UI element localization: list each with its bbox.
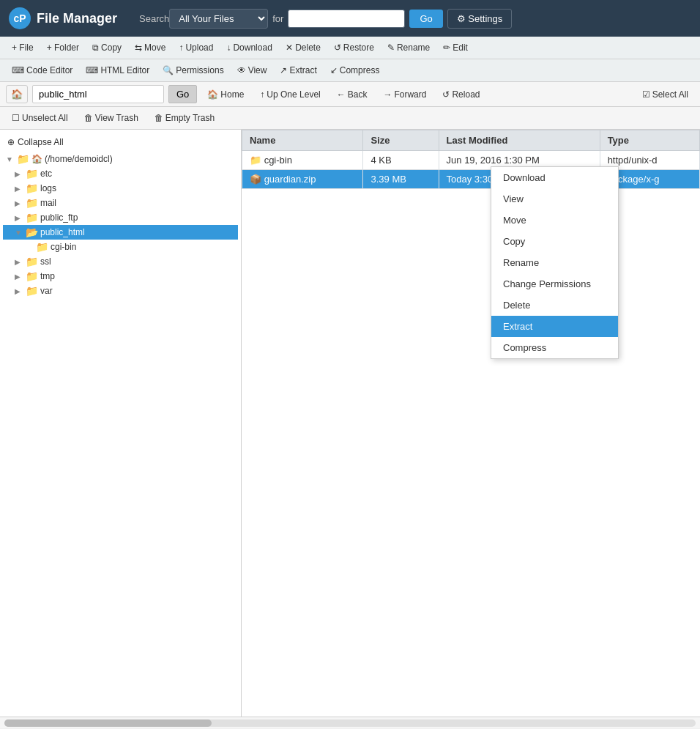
expand-icon: ▶ <box>15 258 23 266</box>
search-go-button[interactable]: Go <box>409 10 442 28</box>
sidebar-item-etc[interactable]: ▶ 📁 etc <box>3 166 238 181</box>
toolbar-row-1: + File + Folder ⧉ Copy ⇆ Move ↑ Upload ↓… <box>0 37 700 59</box>
sidebar-item-public-ftp[interactable]: ▶ 📁 public_ftp <box>3 210 238 225</box>
select-all-button[interactable]: ☑ Select All <box>636 86 694 103</box>
home-nav-icon[interactable]: 🏠 <box>6 85 28 103</box>
forward-button[interactable]: → Forward <box>377 86 432 103</box>
col-modified[interactable]: Last Modified <box>439 130 600 151</box>
reload-icon: ↺ <box>442 89 450 100</box>
scrollbar-area[interactable] <box>0 717 700 728</box>
search-input[interactable] <box>288 10 405 28</box>
toolbar-row-2: ⌨ Code Editor ⌨ HTML Editor 🔍 Permission… <box>0 59 700 82</box>
folder-icon: 📁 <box>26 212 38 223</box>
home-tree-icon: 🏠 <box>31 154 42 164</box>
search-label: Search <box>139 13 169 24</box>
table-row[interactable]: 📁 cgi-bin 4 KB Jun 19, 2016 1:30 PM http… <box>242 151 700 170</box>
restore-icon: ↺ <box>334 42 341 53</box>
rename-button[interactable]: ✎ Rename <box>381 40 436 56</box>
home-button[interactable]: 🏠 Home <box>201 86 250 103</box>
folder-icon: 📁 <box>26 182 38 194</box>
context-rename[interactable]: Rename <box>491 252 618 273</box>
html-editor-button[interactable]: ⌨ HTML Editor <box>80 62 155 78</box>
empty-trash-button[interactable]: 🗑 Empty Trash <box>149 110 220 126</box>
folder-icon: 📁 <box>26 285 38 297</box>
folder-open-icon: 📂 <box>26 226 38 238</box>
permissions-button[interactable]: 🔍 Permissions <box>157 62 229 78</box>
folder-row-icon: 📁 <box>250 155 261 166</box>
sidebar-item-cgi-bin[interactable]: 📁 cgi-bin <box>3 240 238 254</box>
sidebar-item-var[interactable]: ▶ 📁 var <box>3 284 238 298</box>
expand-icon: ▶ <box>15 214 23 222</box>
for-label: for <box>272 13 283 24</box>
code-editor-button[interactable]: ⌨ Code Editor <box>6 62 78 78</box>
sidebar-item-root[interactable]: ▼ 📁 🏠 (/home/demoidcl) <box>3 152 238 166</box>
compress-icon: ↙ <box>330 65 338 75</box>
extract-button[interactable]: ↗ Extract <box>274 62 322 78</box>
folder-icon: 📁 <box>26 197 38 209</box>
upload-button[interactable]: ↑ Upload <box>173 40 219 56</box>
back-button[interactable]: ← Back <box>331 86 373 103</box>
context-move[interactable]: Move <box>491 210 618 231</box>
view-trash-button[interactable]: 🗑 View Trash <box>78 110 144 126</box>
restore-button[interactable]: ↺ Restore <box>328 40 380 56</box>
file-table: Name Size Last Modified Type 📁 cgi-bin 4… <box>242 130 700 189</box>
col-size[interactable]: Size <box>363 130 439 151</box>
delete-button[interactable]: ✕ Delete <box>280 40 327 56</box>
expand-icon: ▼ <box>15 229 23 237</box>
code-editor-icon: ⌨ <box>12 65 24 75</box>
view-trash-icon: 🗑 <box>84 113 93 123</box>
app-title: File Manager <box>37 11 117 26</box>
path-input[interactable] <box>32 85 164 103</box>
col-name[interactable]: Name <box>242 130 363 151</box>
back-icon: ← <box>337 89 346 100</box>
context-copy[interactable]: Copy <box>491 231 618 252</box>
download-button[interactable]: ↓ Download <box>220 40 278 56</box>
collapse-all-button[interactable]: ⊕ Collapse All <box>3 136 238 149</box>
extract-icon: ↗ <box>280 65 287 75</box>
sidebar-item-tmp[interactable]: ▶ 📁 tmp <box>3 269 238 284</box>
zip-file-icon: 📦 <box>250 174 261 185</box>
context-download[interactable]: Download <box>491 167 618 188</box>
copy-icon: ⧉ <box>92 42 99 53</box>
upload-icon: ↑ <box>179 42 183 53</box>
new-folder-button[interactable]: + Folder <box>41 40 85 56</box>
up-one-level-button[interactable]: ↑ Up One Level <box>254 86 326 103</box>
nav-bar-1: 🏠 Go 🏠 Home ↑ Up One Level ← Back → Forw… <box>0 82 700 107</box>
expand-icon: ▶ <box>15 199 23 207</box>
edit-button[interactable]: ✏ Edit <box>437 40 474 56</box>
nav-bar-2: ☐ Unselect All 🗑 View Trash 🗑 Empty Tras… <box>0 107 700 130</box>
sidebar-item-public-html[interactable]: ▼ 📂 public_html <box>3 225 238 240</box>
context-change-permissions[interactable]: Change Permissions <box>491 273 618 295</box>
compress-button[interactable]: ↙ Compress <box>324 62 386 78</box>
context-extract[interactable]: Extract <box>491 316 618 337</box>
context-view[interactable]: View <box>491 188 618 210</box>
sidebar-item-mail[interactable]: ▶ 📁 mail <box>3 196 238 210</box>
view-button[interactable]: 👁 View <box>231 62 273 78</box>
context-compress[interactable]: Compress <box>491 337 618 358</box>
col-type[interactable]: Type <box>600 130 699 151</box>
expand-icon: ▶ <box>15 170 23 178</box>
select-all-icon: ☑ <box>642 89 650 100</box>
settings-button[interactable]: ⚙ Settings <box>447 9 513 29</box>
new-file-button[interactable]: + File <box>6 40 40 56</box>
main-layout: ⊕ Collapse All ▼ 📁 🏠 (/home/demoidcl) ▶ … <box>0 130 700 717</box>
edit-icon: ✏ <box>443 42 450 53</box>
permissions-icon: 🔍 <box>163 65 174 75</box>
folder-icon: 📁 <box>26 256 38 267</box>
logo-icon: cP <box>9 7 31 29</box>
context-delete[interactable]: Delete <box>491 295 618 316</box>
move-button[interactable]: ⇆ Move <box>129 40 171 56</box>
expand-icon: ▼ <box>6 155 15 163</box>
unselect-all-button[interactable]: ☐ Unselect All <box>6 110 74 126</box>
search-scope-select[interactable]: All Your Files File Names Only File Cont… <box>169 9 268 29</box>
expand-icon: ▶ <box>15 287 23 295</box>
sidebar-item-ssl[interactable]: ▶ 📁 ssl <box>3 254 238 269</box>
copy-button[interactable]: ⧉ Copy <box>86 40 127 56</box>
expand-icon: ▶ <box>15 185 23 193</box>
reload-button[interactable]: ↺ Reload <box>436 86 485 103</box>
rename-icon: ✎ <box>387 42 395 53</box>
nav-go-button[interactable]: Go <box>168 85 197 103</box>
table-row[interactable]: 📦 guardian.zip 3.39 MB Today 3:30 PM pac… <box>242 170 700 189</box>
header: cP File Manager Search All Your Files Fi… <box>0 0 700 37</box>
sidebar-item-logs[interactable]: ▶ 📁 logs <box>3 181 238 196</box>
